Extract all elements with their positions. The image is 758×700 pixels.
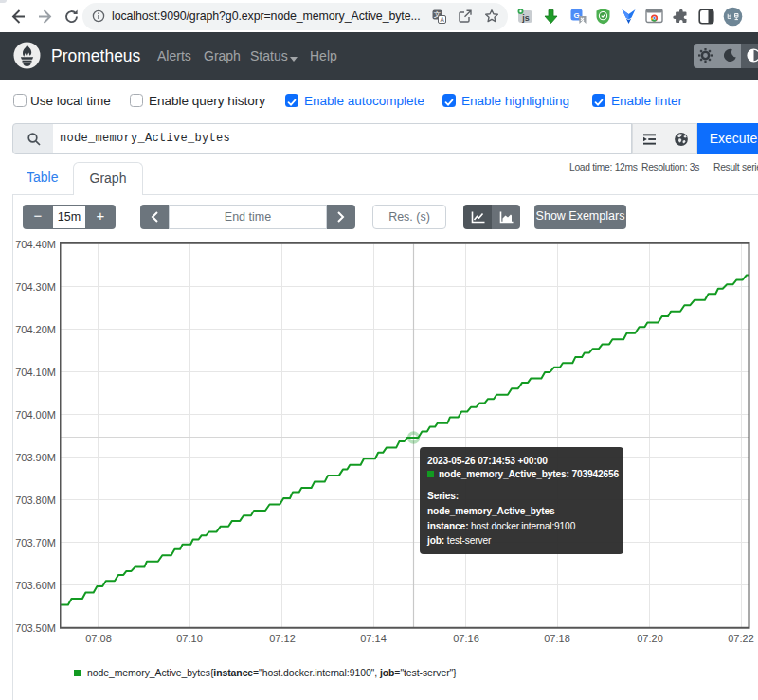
svg-text:G: G: [573, 11, 579, 20]
svg-text:js: js: [521, 13, 530, 23]
svg-text:A: A: [440, 16, 444, 23]
